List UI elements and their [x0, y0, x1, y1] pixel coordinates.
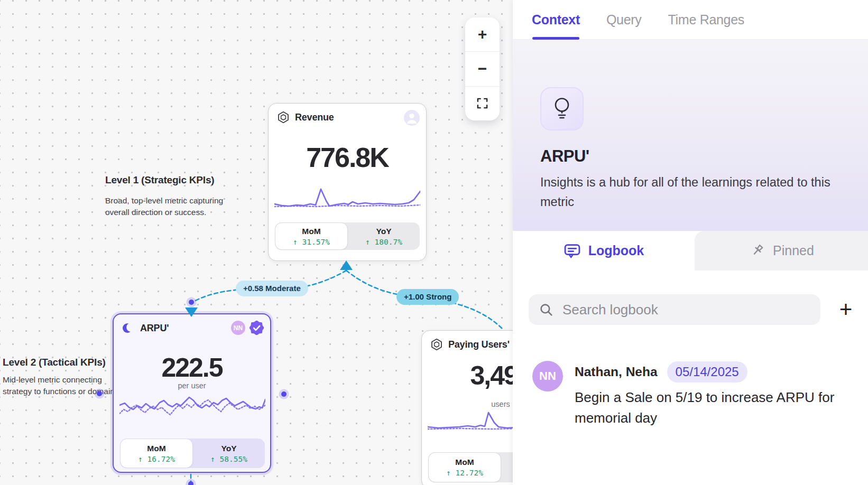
annotation-body-line: overall direction or success.	[105, 207, 223, 218]
insight-icon-tile	[540, 87, 584, 130]
mom-toggle[interactable]: MoM ↑ 31.57%	[275, 222, 348, 250]
fullscreen-icon	[476, 97, 488, 109]
canvas-zoom-toolbar: + −	[465, 17, 500, 120]
annotation-level1: Level 1 (Strategic KPIs) Broad, top-leve…	[105, 174, 223, 218]
sparkline	[119, 393, 265, 425]
entry-date-badge: 05/14/2025	[667, 361, 747, 383]
annotation-body-line: Broad, top-level metric capturing	[105, 195, 223, 207]
mom-value: ↑ 31.57%	[293, 238, 330, 246]
annotation-title: Level 2 (Tactical KPIs)	[3, 357, 121, 368]
hexagon-metric-icon	[430, 338, 443, 351]
metric-value: 222.5	[114, 352, 270, 383]
add-logbook-entry-button[interactable]: +	[834, 296, 857, 323]
yoy-label: YoY	[221, 444, 237, 453]
metric-context-header: ARPU' Insights is a hub for all of the l…	[513, 40, 868, 231]
metric-name-heading: ARPU'	[540, 147, 589, 166]
mom-toggle[interactable]: MoM ↑ 12.72%	[428, 452, 501, 482]
sparkline	[274, 183, 420, 216]
crescent-metric-icon	[122, 322, 135, 334]
hexagon-metric-icon	[277, 111, 290, 124]
context-panel: Context Query Time Ranges ARPU' Insights…	[513, 0, 868, 485]
tab-context[interactable]: Context	[532, 0, 580, 40]
yoy-value: ↑ 58.55%	[210, 455, 247, 463]
annotation-level2: Level 2 (Tactical KPIs) Mid-level metric…	[3, 357, 121, 397]
mom-toggle[interactable]: MoM ↑ 16.72%	[120, 439, 193, 468]
mom-value: ↑ 16.72%	[138, 455, 175, 463]
pushpin-icon	[749, 243, 765, 259]
tab-pinned[interactable]: Pinned	[695, 231, 868, 271]
correlation-chip-strong[interactable]: +1.00 Strong	[396, 289, 459, 305]
metric-description: Insights is a hub for all of the learnin…	[540, 173, 849, 212]
metric-card-title: Revenue	[295, 112, 334, 123]
yoy-value: ↑ 180.7%	[365, 238, 402, 246]
tab-pinned-label: Pinned	[773, 243, 814, 258]
logbook-pinned-tabs: Logbook Pinned	[513, 231, 868, 271]
metric-card-arpu[interactable]: ARPU' NN 222.5 per user MoM	[113, 313, 271, 473]
metric-card-title: ARPU'	[140, 323, 169, 334]
yoy-label: YoY	[376, 227, 392, 236]
tab-logbook-label: Logbook	[588, 243, 644, 258]
yoy-toggle[interactable]: YoY ↑ 180.7%	[348, 222, 420, 250]
mom-label: MoM	[455, 458, 474, 467]
lightbulb-icon	[551, 97, 573, 121]
owner-avatar-icon[interactable]	[404, 110, 420, 126]
entry-author: Nathan, Neha	[575, 365, 658, 379]
yoy-toggle[interactable]: YoY ↑ 58.55%	[193, 439, 265, 468]
owner-initials-badge[interactable]: NN	[231, 321, 245, 335]
period-toggle: MoM ↑ 31.57% YoY ↑ 180.7%	[275, 222, 420, 250]
panel-tab-bar: Context Query Time Ranges	[513, 0, 868, 40]
annotation-title: Level 1 (Strategic KPIs)	[105, 174, 223, 186]
zoom-out-button[interactable]: −	[465, 51, 500, 86]
tab-query[interactable]: Query	[606, 0, 642, 40]
search-icon	[539, 303, 553, 317]
annotation-body-line: Mid-level metric connecting	[3, 374, 121, 386]
metric-unit: per user	[114, 381, 270, 390]
entry-text: Begin a Sale on 5/19 to increase ARPU fo…	[575, 387, 849, 428]
correlation-chip-moderate[interactable]: +0.58 Moderate	[236, 281, 308, 296]
mom-value: ↑ 12.72%	[446, 469, 483, 477]
app-window: Level 1 (Strategic KPIs) Broad, top-leve…	[0, 0, 868, 485]
zoom-in-button[interactable]: +	[465, 17, 500, 51]
period-toggle: MoM ↑ 16.72% YoY ↑ 58.55%	[120, 439, 265, 468]
logbook-icon	[564, 243, 581, 259]
metric-card-title: Paying Users'	[448, 339, 510, 350]
tab-logbook[interactable]: Logbook	[513, 231, 695, 271]
search-input[interactable]	[562, 294, 811, 325]
tab-time-ranges[interactable]: Time Ranges	[668, 0, 744, 40]
author-avatar: NN	[532, 361, 563, 391]
metric-value: 776.8K	[269, 142, 426, 173]
logbook-search[interactable]	[529, 294, 820, 325]
metric-card-revenue[interactable]: Revenue 776.8K MoM ↑ 31.57%	[268, 103, 427, 261]
mom-label: MoM	[147, 444, 165, 453]
fit-view-button[interactable]	[465, 86, 500, 120]
annotation-body-line: strategy to functions or domains.	[3, 386, 121, 397]
mom-label: MoM	[302, 227, 320, 236]
verified-seal-icon[interactable]	[250, 321, 264, 335]
